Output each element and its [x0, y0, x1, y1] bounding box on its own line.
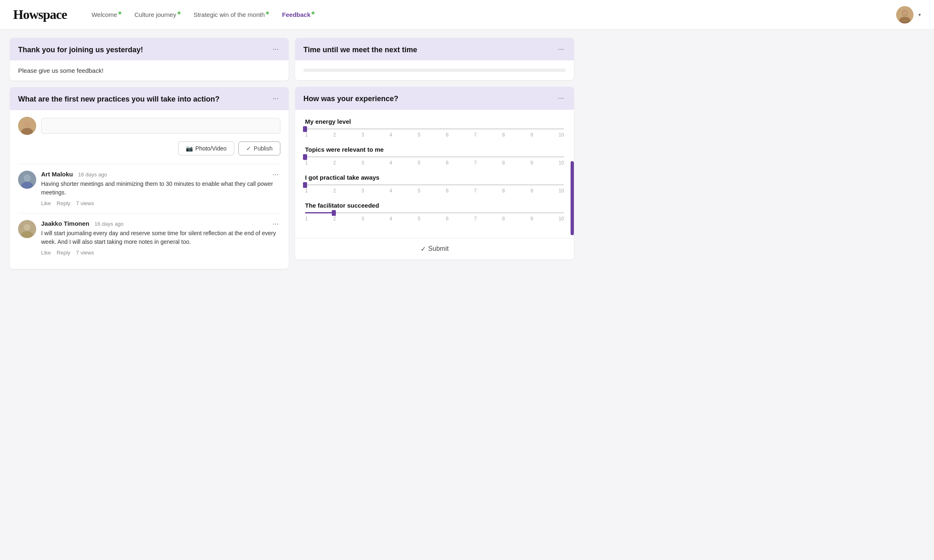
time-card-menu[interactable]: ···: [556, 45, 566, 53]
practices-card: What are the first new practices you wil…: [10, 87, 289, 268]
nav-right: ▾: [896, 6, 921, 23]
practices-header: What are the first new practices you wil…: [10, 87, 289, 110]
svg-point-6: [24, 121, 30, 127]
comment-2-content: Jaakko Timonen 16 days ago ··· I will st…: [41, 220, 280, 256]
experience-body: My energy level12345678910Topics were re…: [295, 110, 574, 238]
comment-1-text: Having shorter meetings and minimizing t…: [41, 180, 280, 197]
nav-dot-feedback: [312, 12, 314, 14]
svg-point-15: [24, 224, 30, 230]
slider-track-row-1[interactable]: [305, 156, 564, 157]
slider-numbers-2: 12345678910: [305, 188, 564, 194]
time-card: Time until we meet the next time ···: [295, 38, 574, 80]
comment-1-author: Art Maloku: [41, 171, 73, 178]
comment-2-like[interactable]: Like: [41, 250, 51, 256]
comment-2-menu[interactable]: ···: [271, 220, 280, 227]
practices-title: What are the first new practices you wil…: [18, 95, 268, 104]
svg-point-11: [24, 175, 30, 181]
right-column: Time until we meet the next time ··· How…: [295, 38, 574, 269]
experience-header: How was your experience? ···: [295, 87, 574, 109]
nav-dot-welcome: [118, 12, 121, 14]
slider-track-row-0[interactable]: [305, 128, 564, 130]
nav-dot-culture: [178, 12, 180, 14]
comment-2-author: Jaakko Timonen: [41, 220, 89, 227]
slider-track-row-3[interactable]: [305, 212, 564, 213]
slider-group-2: I got practical take aways12345678910: [305, 174, 564, 194]
comment-2: Jaakko Timonen 16 days ago ··· I will st…: [18, 213, 280, 262]
thank-you-text: Please give us some feedback!: [18, 67, 280, 74]
nav-dot-strategic: [266, 12, 269, 14]
experience-menu[interactable]: ···: [556, 94, 566, 102]
comment-input-row: [18, 117, 280, 135]
slider-label-3: The facilitator succeeded: [305, 202, 564, 209]
slider-thumb-0[interactable]: [303, 126, 307, 132]
comment-1-views: 7 views: [76, 200, 94, 206]
thank-you-header: Thank you for joining us yesterday! ···: [10, 38, 289, 60]
svg-point-4: [900, 17, 910, 23]
logo[interactable]: Howspace: [13, 7, 67, 22]
comment-2-time: 16 days ago: [95, 221, 124, 227]
comment-1-menu[interactable]: ···: [271, 171, 280, 178]
check-icon: ✓: [246, 145, 251, 152]
experience-title: How was your experience?: [303, 94, 553, 104]
comment-1: Art Maloku 16 days ago ··· Having shorte…: [18, 164, 280, 213]
current-user-avatar: [18, 117, 36, 135]
slider-group-0: My energy level12345678910: [305, 118, 564, 138]
comment-1-content: Art Maloku 16 days ago ··· Having shorte…: [41, 171, 280, 206]
submit-check-icon: ✓: [421, 245, 426, 253]
thank-you-title: Thank you for joining us yesterday!: [18, 45, 268, 55]
left-column: Thank you for joining us yesterday! ··· …: [10, 38, 289, 269]
slider-label-0: My energy level: [305, 118, 564, 125]
practices-menu[interactable]: ···: [271, 95, 280, 102]
time-progress-bar: [303, 69, 566, 72]
comment-2-text: I will start journaling every day and re…: [41, 229, 280, 246]
comment-2-reply[interactable]: Reply: [57, 250, 70, 256]
comment-1-like[interactable]: Like: [41, 200, 51, 206]
comment-2-avatar: [18, 220, 36, 238]
photo-video-button[interactable]: 📷 Photo/Video: [178, 141, 234, 155]
navbar: Howspace Welcome Culture journey Strateg…: [0, 0, 934, 30]
nav-feedback[interactable]: Feedback: [282, 11, 314, 18]
slider-thumb-1[interactable]: [303, 154, 307, 160]
comment-1-time: 16 days ago: [78, 171, 107, 178]
slider-group-3: The facilitator succeeded12345678910: [305, 202, 564, 222]
nav-welcome[interactable]: Welcome: [92, 11, 121, 18]
camera-icon: 📷: [186, 145, 193, 152]
slider-track-3: [305, 212, 564, 213]
slider-thumb-2[interactable]: [303, 182, 307, 188]
action-buttons: 📷 Photo/Video ✓ Publish: [18, 141, 280, 155]
nav-links: Welcome Culture journey Strategic win of…: [92, 11, 880, 18]
slider-thumb-3[interactable]: [332, 210, 336, 216]
comment-input-field[interactable]: [41, 118, 280, 134]
publish-button[interactable]: ✓ Publish: [238, 141, 280, 155]
slider-track-0: [305, 128, 564, 130]
comment-1-reply[interactable]: Reply: [57, 200, 70, 206]
slider-track-2: [305, 184, 564, 185]
comment-2-views: 7 views: [76, 250, 94, 256]
scroll-indicator[interactable]: [571, 161, 574, 235]
time-card-title: Time until we meet the next time: [303, 45, 553, 55]
slider-label-1: Topics were relevant to me: [305, 146, 564, 153]
nav-strategic-win[interactable]: Strategic win of the month: [194, 11, 269, 18]
user-avatar[interactable]: [896, 6, 913, 23]
thank-you-body: Please give us some feedback!: [10, 60, 289, 81]
main-content: Thank you for joining us yesterday! ··· …: [0, 30, 584, 277]
nav-culture-journey[interactable]: Culture journey: [134, 11, 180, 18]
thank-you-menu[interactable]: ···: [271, 45, 280, 53]
comment-2-actions: Like Reply 7 views: [41, 250, 280, 256]
comment-1-header: Art Maloku 16 days ago ···: [41, 171, 280, 178]
time-card-body: [295, 60, 574, 80]
slider-track-row-2[interactable]: [305, 184, 564, 185]
submit-row: ✓ Submit: [295, 238, 574, 259]
user-menu-chevron[interactable]: ▾: [918, 12, 921, 18]
slider-numbers-1: 12345678910: [305, 160, 564, 166]
slider-fill-3: [305, 212, 334, 213]
experience-card: How was your experience? ··· My energy l…: [295, 87, 574, 259]
slider-track-1: [305, 156, 564, 157]
comment-1-actions: Like Reply 7 views: [41, 200, 280, 206]
slider-group-1: Topics were relevant to me12345678910: [305, 146, 564, 166]
thank-you-card: Thank you for joining us yesterday! ··· …: [10, 38, 289, 81]
submit-button[interactable]: ✓ Submit: [421, 245, 449, 253]
time-card-header: Time until we meet the next time ···: [295, 38, 574, 60]
comment-2-header: Jaakko Timonen 16 days ago ···: [41, 220, 280, 227]
slider-numbers-0: 12345678910: [305, 132, 564, 138]
